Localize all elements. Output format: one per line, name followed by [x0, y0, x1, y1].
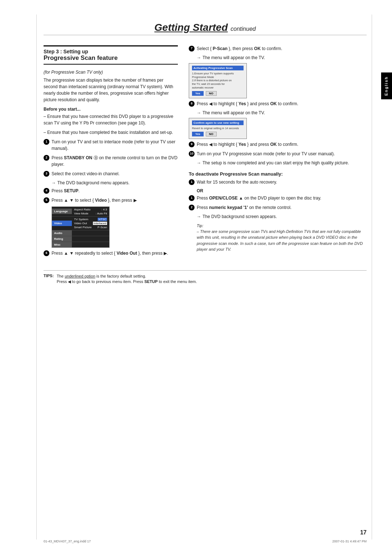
dialog-1-title: Activating Progressive Scan	[192, 66, 244, 70]
menu-label-video: Video	[52, 221, 72, 226]
deactivate-3: 2 Press numeric keypad '1' on the remote…	[189, 204, 367, 211]
menu-options-misc	[72, 244, 109, 245]
menu-option-aspect: Aspect Ratio : 4:3	[74, 208, 107, 212]
page-footer: 01-43_MDV437_37_eng.indd 17 2007-01-31 4…	[44, 539, 367, 543]
deactivate-3-num: 2	[189, 205, 195, 210]
intro-text: The progressive scan displays twice the …	[44, 77, 178, 103]
step-4-text: Press SETUP.	[52, 188, 178, 194]
step-8-arrow-text: The menu will appear on the TV.	[203, 110, 265, 116]
step-10-text: Turn on your TV progressive scan mode (r…	[197, 151, 367, 157]
before-start-1: – Ensure that you have connected this DV…	[44, 113, 178, 126]
or-divider: OR	[197, 188, 367, 193]
step-7: 7 Select { P-Scan }, then press OK to co…	[189, 45, 367, 52]
arrow-sym-3: →	[52, 180, 56, 186]
tip-label: Tip:	[197, 223, 367, 228]
step-5-text: Press ▲ ▼ to select { Video }, then pres…	[52, 197, 178, 204]
tips-line1: The underlined option is the factory def…	[57, 274, 197, 279]
smartpic-val: P-Scan	[98, 226, 107, 229]
videoout-label: Video Out	[74, 222, 87, 225]
aspect-val: : 4:3	[101, 208, 107, 211]
step-6: 6 Press ▲ ▼ repeatedly to select { Video…	[44, 250, 178, 257]
tip-section: Tip: – There are some progressive scan T…	[197, 223, 367, 253]
step-1-num: 1	[44, 139, 49, 145]
menu-option-videoout: Video Out Interlaced	[74, 221, 107, 225]
menu-row-misc: Misc	[52, 242, 109, 247]
main-content: Step 3 : Setting up Progressive Scan fea…	[44, 45, 367, 259]
menu-options-language: Aspect Ratio : 4:3 View Mode : Auto Fit	[72, 207, 109, 216]
dialog-2-title: Confirm again to use new setting	[192, 120, 244, 125]
tips-line2: Press ◀ to go back to previous menu item…	[57, 279, 197, 284]
menu-options-video: TV System NTSC Video Out Interlaced Smar…	[72, 217, 109, 230]
dialog-1-no[interactable]: NO	[206, 91, 217, 96]
menu-option-viewmode: View Mode : Auto Fit	[74, 212, 107, 216]
step-label: Step 3 : Setting up	[44, 49, 178, 54]
tips-label: TIPS:	[44, 274, 54, 278]
tips-content: The underlined option is the factory def…	[57, 274, 197, 285]
viewmode-val: : Auto Fit	[95, 212, 107, 215]
dialog-2-no[interactable]: NO	[206, 132, 217, 136]
tips-box: TIPS: The underlined option is the facto…	[44, 270, 367, 285]
menu-screenshot: Language Aspect Ratio : 4:3 View Mode : …	[52, 206, 110, 248]
step-7-text: Select { P-Scan }, then press OK to conf…	[197, 45, 367, 52]
step-title: Progressive Scan feature	[44, 54, 178, 62]
aspect-label: Aspect Ratio	[74, 208, 90, 211]
before-start-2: – Ensure that you have completed the bas…	[44, 129, 178, 136]
arrow-sym-8: →	[197, 110, 201, 116]
deactivate-1-text: Wait for 15 seconds for the auto recover…	[197, 179, 367, 185]
step-10: 10 Turn on your TV progressive scan mode…	[189, 151, 367, 157]
step-1-text: Turn on your TV and set to interlace mod…	[52, 139, 178, 152]
smartpic-label: Smart Picture	[74, 226, 91, 229]
menu-row-rating: Rating	[52, 236, 109, 242]
tips-underlined: underlined option	[65, 274, 95, 278]
step-5: 5 Press ▲ ▼ to select { Video }, then pr…	[44, 197, 178, 204]
step-3-arrow: → The DVD background menu appears.	[52, 180, 178, 186]
step-3-num: 3	[44, 171, 49, 177]
before-start-heading: Before you start...	[44, 107, 178, 112]
videoout-val: Interlaced	[93, 222, 107, 225]
menu-label-audio: Audio	[52, 230, 72, 236]
dialog-1-buttons: Yes NO	[192, 91, 244, 96]
margin-line-right	[372, 15, 372, 539]
step-8-num: 8	[189, 101, 195, 107]
page-title: Getting Started continued	[44, 22, 367, 33]
step-10-arrow-text: The setup is now completed and you can s…	[203, 160, 349, 166]
step-8: 8 Press ◀ to highlight { Yes } and press…	[189, 100, 367, 107]
deactivate-3-text: Press numeric keypad '1' on the remote c…	[197, 204, 367, 211]
dialog-1-body: 1.Ensure your TV system supportsProgress…	[192, 72, 244, 90]
tip-body: – There are some progressive scan TVs an…	[197, 229, 367, 253]
step-10-arrow: → The setup is now completed and you can…	[197, 160, 367, 166]
step-2: 2 Press STANDBY ON Ⓑ on the remote contr…	[44, 155, 178, 168]
menu-row-language: Language Aspect Ratio : 4:3 View Mode : …	[52, 207, 109, 217]
step-7-num: 7	[189, 46, 195, 52]
dialog-2-body: Revert to original setting in 14 seconds	[192, 127, 244, 130]
english-tab: English	[381, 73, 392, 99]
viewmode-label: View Mode	[74, 212, 88, 215]
italic-note: (for Progressive Scan TV only)	[44, 70, 178, 75]
deactivate-2: 1 Press OPEN/CLOSE ▲ on the DVD player t…	[189, 195, 367, 201]
menu-options-audio	[72, 232, 109, 234]
step-9-num: 9	[189, 141, 195, 147]
menu-option-tvsystem: TV System NTSC	[74, 217, 107, 221]
margin-line-left	[36, 15, 37, 539]
step-9: 9 Press ◀ to highlight { Yes } and press…	[189, 141, 367, 148]
footer-right: 2007-01-31 4:49:47 PM	[332, 539, 367, 543]
dialog-1: Activating Progressive Scan 1.Ensure you…	[189, 63, 247, 98]
menu-label-rating: Rating	[52, 236, 72, 242]
step-2-text: Press STANDBY ON Ⓑ on the remote control…	[52, 155, 178, 168]
deactivate-2-text: Press OPEN/CLOSE ▲ on the DVD player to …	[197, 195, 367, 201]
step-heading: Step 3 : Setting up Progressive Scan fea…	[44, 45, 178, 65]
dialog-2-yes[interactable]: Yes	[192, 132, 204, 136]
deactivate-1: 1 Wait for 15 seconds for the auto recov…	[189, 179, 367, 185]
menu-row-video: Video TV System NTSC Video Out Interlace…	[52, 217, 109, 230]
dialog-1-yes[interactable]: Yes	[192, 91, 204, 96]
step-9-text: Press ◀ to highlight { Yes } and press O…	[197, 141, 367, 148]
col-right: 7 Select { P-Scan }, then press OK to co…	[189, 45, 367, 253]
step-8-text: Press ◀ to highlight { Yes } and press O…	[197, 100, 367, 107]
menu-label-misc: Misc	[52, 242, 72, 247]
step-4: 4 Press SETUP.	[44, 188, 178, 194]
page-title-underline: Getting Started	[154, 22, 228, 33]
step-2-num: 2	[44, 155, 49, 161]
step-3-text: Select the correct video-in channel.	[52, 171, 178, 177]
deactivate-3-arrow: → The DVD background screen appears.	[197, 214, 367, 220]
menu-option-smartpic: Smart Picture P-Scan	[74, 225, 107, 229]
